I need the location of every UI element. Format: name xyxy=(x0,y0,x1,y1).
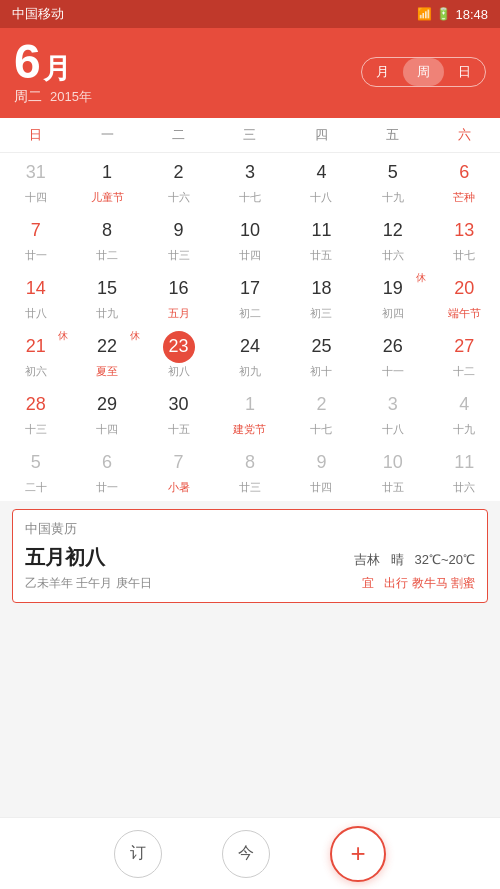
day-lunar: 端午节 xyxy=(448,306,481,321)
day-cell[interactable]: 休21初六 xyxy=(0,327,71,385)
weekday-thu: 四 xyxy=(286,122,357,148)
day-cell[interactable]: 6芒种 xyxy=(429,153,500,211)
carrier-label: 中国移动 xyxy=(12,5,64,23)
day-cell[interactable]: 7廿一 xyxy=(0,211,71,269)
day-number: 4 xyxy=(305,157,337,189)
day-cell[interactable]: 5十九 xyxy=(357,153,428,211)
status-bar-right: 📶 🔋 18:48 xyxy=(417,7,488,22)
day-lunar: 廿二 xyxy=(96,248,118,263)
day-lunar: 初六 xyxy=(25,364,47,379)
view-week-btn[interactable]: 周 xyxy=(403,58,444,86)
day-cell[interactable]: 2十七 xyxy=(286,385,357,443)
day-cell[interactable]: 3十七 xyxy=(214,153,285,211)
day-number: 9 xyxy=(163,215,195,247)
day-cell[interactable]: 1建党节 xyxy=(214,385,285,443)
day-cell[interactable]: 26十一 xyxy=(357,327,428,385)
day-cell[interactable]: 10廿四 xyxy=(214,211,285,269)
calendar-header: 6 月 周二 2015年 月 周 日 xyxy=(0,28,500,118)
day-number: 27 xyxy=(448,331,480,363)
day-cell[interactable]: 31十四 xyxy=(0,153,71,211)
day-cell[interactable]: 15廿九 xyxy=(71,269,142,327)
day-lunar: 十四 xyxy=(25,190,47,205)
day-cell[interactable]: 4十九 xyxy=(429,385,500,443)
day-cell[interactable]: 1儿童节 xyxy=(71,153,142,211)
day-lunar: 十九 xyxy=(382,190,404,205)
day-cell[interactable]: 3十八 xyxy=(357,385,428,443)
day-cell[interactable]: 14廿八 xyxy=(0,269,71,327)
day-number: 30 xyxy=(163,389,195,421)
info-panel: 中国黄历 五月初八 吉林 晴 32℃~20℃ 乙未羊年 壬午月 庚午日 宜 出行… xyxy=(12,509,488,603)
day-cell[interactable]: 18初三 xyxy=(286,269,357,327)
weekday-wed: 三 xyxy=(214,122,285,148)
day-cell[interactable]: 30十五 xyxy=(143,385,214,443)
day-cell[interactable]: 8廿三 xyxy=(214,443,285,501)
day-cell[interactable]: 9廿三 xyxy=(143,211,214,269)
day-cell[interactable]: 24初九 xyxy=(214,327,285,385)
day-number: 28 xyxy=(20,389,52,421)
day-lunar: 初十 xyxy=(310,364,332,379)
weekday-row: 日 一 二 三 四 五 六 xyxy=(0,118,500,153)
day-cell[interactable]: 10廿五 xyxy=(357,443,428,501)
day-cell[interactable]: 17初二 xyxy=(214,269,285,327)
day-lunar: 廿一 xyxy=(96,480,118,495)
day-number: 2 xyxy=(163,157,195,189)
today-button[interactable]: 今 xyxy=(222,830,270,878)
day-cell[interactable]: 11廿六 xyxy=(429,443,500,501)
day-cell[interactable]: 28十三 xyxy=(0,385,71,443)
bottom-bar: 订 今 + xyxy=(0,817,500,889)
day-cell[interactable]: 2十六 xyxy=(143,153,214,211)
day-cell[interactable]: 8廿二 xyxy=(71,211,142,269)
day-lunar: 十二 xyxy=(453,364,475,379)
day-number: 6 xyxy=(91,447,123,479)
add-event-button[interactable]: + xyxy=(330,826,386,882)
day-cell[interactable]: 7小暑 xyxy=(143,443,214,501)
day-lunar: 廿三 xyxy=(168,248,190,263)
day-lunar: 廿八 xyxy=(25,306,47,321)
view-day-btn[interactable]: 日 xyxy=(444,58,485,86)
day-lunar: 初四 xyxy=(382,306,404,321)
day-lunar: 十九 xyxy=(453,422,475,437)
day-cell[interactable]: 20端午节 xyxy=(429,269,500,327)
zodiac-info: 乙未羊年 壬午月 庚午日 xyxy=(25,575,152,592)
day-cell[interactable]: 5二十 xyxy=(0,443,71,501)
day-cell[interactable]: 29十四 xyxy=(71,385,142,443)
day-cell[interactable]: 休22夏至 xyxy=(71,327,142,385)
day-lunar: 十八 xyxy=(382,422,404,437)
day-number: 15 xyxy=(91,273,123,305)
day-number: 26 xyxy=(377,331,409,363)
day-cell[interactable]: 12廿六 xyxy=(357,211,428,269)
view-month-btn[interactable]: 月 xyxy=(362,58,403,86)
day-cell[interactable]: 9廿四 xyxy=(286,443,357,501)
day-number: 17 xyxy=(234,273,266,305)
suitable-info: 宜 出行 教牛马 割蜜 xyxy=(362,575,475,592)
day-number: 1 xyxy=(91,157,123,189)
day-number: 10 xyxy=(377,447,409,479)
day-lunar: 十六 xyxy=(168,190,190,205)
day-cell[interactable]: 13廿七 xyxy=(429,211,500,269)
day-cell[interactable]: 11廿五 xyxy=(286,211,357,269)
day-lunar: 儿童节 xyxy=(91,190,124,205)
day-number: 31 xyxy=(20,157,52,189)
day-cell[interactable]: 23初八 xyxy=(143,327,214,385)
calendar: 日 一 二 三 四 五 六 31十四1儿童节2十六3十七4十八5十九6芒种7廿一… xyxy=(0,118,500,501)
day-lunar: 十四 xyxy=(96,422,118,437)
day-lunar: 廿四 xyxy=(239,248,261,263)
day-number: 5 xyxy=(377,157,409,189)
day-cell[interactable]: 25初十 xyxy=(286,327,357,385)
day-number: 25 xyxy=(305,331,337,363)
day-lunar: 廿四 xyxy=(310,480,332,495)
day-number: 19 xyxy=(377,273,409,305)
day-lunar: 十一 xyxy=(382,364,404,379)
subscribe-button[interactable]: 订 xyxy=(114,830,162,878)
day-lunar: 初二 xyxy=(239,306,261,321)
day-lunar: 夏至 xyxy=(96,364,118,379)
day-lunar: 十三 xyxy=(25,422,47,437)
day-cell[interactable]: 休19初四 xyxy=(357,269,428,327)
day-cell[interactable]: 4十八 xyxy=(286,153,357,211)
view-toggle[interactable]: 月 周 日 xyxy=(361,57,486,87)
day-cell[interactable]: 6廿一 xyxy=(71,443,142,501)
day-lunar: 廿五 xyxy=(382,480,404,495)
day-number: 13 xyxy=(448,215,480,247)
day-cell[interactable]: 27十二 xyxy=(429,327,500,385)
day-cell[interactable]: 16五月 xyxy=(143,269,214,327)
